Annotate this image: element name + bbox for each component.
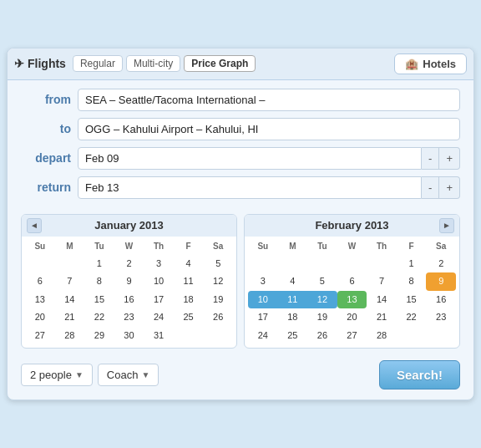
- calendar-day[interactable]: 10: [248, 291, 278, 309]
- calendar-day[interactable]: 17: [248, 308, 278, 327]
- calendar-day[interactable]: 20: [25, 308, 55, 327]
- calendar-day: [248, 255, 278, 273]
- return-input[interactable]: [78, 176, 422, 199]
- calendar-day[interactable]: 6: [25, 272, 55, 291]
- calendar-day[interactable]: 16: [426, 291, 456, 309]
- calendar-day[interactable]: 15: [84, 291, 114, 309]
- calendar-day[interactable]: 14: [55, 291, 85, 309]
- feb-day-sa: Sa: [426, 238, 456, 255]
- tab-multicity[interactable]: Multi-city: [126, 55, 180, 72]
- coach-dropdown[interactable]: Coach ▼: [98, 364, 159, 386]
- calendar-day[interactable]: 4: [278, 272, 308, 291]
- calendar-day[interactable]: 9: [114, 272, 144, 291]
- calendar-day[interactable]: 11: [174, 272, 204, 291]
- calendar-day[interactable]: 12: [203, 272, 233, 291]
- depart-minus-button[interactable]: -: [422, 147, 439, 170]
- calendar-day[interactable]: 18: [278, 308, 308, 327]
- calendar-day[interactable]: 23: [426, 308, 456, 327]
- calendar-day[interactable]: 14: [367, 291, 397, 309]
- day-headers-row: Su M Tu W Th F Sa: [25, 238, 233, 255]
- calendar-day[interactable]: 1: [397, 255, 427, 273]
- calendar-week-row: 20212223242526: [25, 308, 233, 327]
- calendar-day[interactable]: 7: [55, 272, 85, 291]
- calendar-day[interactable]: 18: [174, 291, 204, 309]
- return-plus-button[interactable]: +: [439, 176, 460, 199]
- depart-plus-button[interactable]: +: [439, 147, 460, 170]
- day-tu: Tu: [84, 238, 114, 255]
- calendar-day[interactable]: 27: [25, 327, 55, 345]
- calendar-day[interactable]: 21: [55, 308, 85, 327]
- calendar-day[interactable]: 23: [114, 308, 144, 327]
- calendar-day[interactable]: 8: [84, 272, 114, 291]
- feb-day-tu: Tu: [307, 238, 337, 255]
- calendar-day[interactable]: 5: [203, 255, 233, 273]
- calendar-day[interactable]: 25: [174, 308, 204, 327]
- prev-month-button[interactable]: ◄: [27, 218, 42, 233]
- calendar-day[interactable]: 2: [426, 255, 456, 273]
- to-input[interactable]: [78, 118, 460, 140]
- feb-day-w: W: [337, 238, 367, 255]
- plane-icon: ✈: [14, 57, 24, 70]
- calendar-day[interactable]: 17: [144, 291, 174, 309]
- return-label: return: [21, 181, 71, 194]
- calendar-day[interactable]: 10: [144, 272, 174, 291]
- calendar-day[interactable]: 11: [278, 291, 308, 309]
- calendar-day[interactable]: 19: [203, 291, 233, 309]
- calendar-day[interactable]: 22: [84, 308, 114, 327]
- calendar-day[interactable]: 31: [144, 327, 174, 345]
- calendar-day[interactable]: 1: [84, 255, 114, 273]
- feb-day-headers-row: Su M Tu W Th F Sa: [248, 238, 456, 255]
- calendar-day[interactable]: 16: [114, 291, 144, 309]
- calendar-day[interactable]: 13: [25, 291, 55, 309]
- from-row: from: [21, 89, 460, 111]
- calendar-day[interactable]: 27: [337, 327, 367, 345]
- calendar-day[interactable]: 12: [307, 291, 337, 309]
- calendar-day[interactable]: 29: [84, 327, 114, 345]
- calendar-day[interactable]: 4: [174, 255, 204, 273]
- depart-input[interactable]: [78, 147, 422, 170]
- feb-day-th: Th: [367, 238, 397, 255]
- calendar-day[interactable]: 21: [367, 308, 397, 327]
- calendar-day[interactable]: 20: [337, 308, 367, 327]
- calendar-day: [337, 255, 367, 273]
- calendar-day: [55, 255, 85, 273]
- next-month-button[interactable]: ►: [439, 218, 454, 233]
- february-grid: Su M Tu W Th F Sa 1234567891011121314151…: [245, 237, 459, 349]
- calendar-day[interactable]: 26: [307, 327, 337, 345]
- calendar-day[interactable]: 5: [307, 272, 337, 291]
- calendar-day[interactable]: 3: [248, 272, 278, 291]
- calendar-day[interactable]: 13: [337, 291, 367, 309]
- calendar-day[interactable]: 6: [337, 272, 367, 291]
- january-header: ◄ January 2013: [22, 215, 236, 237]
- calendar-week-row: 2728293031: [25, 327, 233, 345]
- search-button[interactable]: Search!: [379, 360, 460, 389]
- from-input[interactable]: [78, 89, 460, 111]
- calendar-day[interactable]: 26: [203, 308, 233, 327]
- calendar-day[interactable]: 3: [144, 255, 174, 273]
- feb-day-f: F: [397, 238, 427, 255]
- calendar-day[interactable]: 28: [55, 327, 85, 345]
- calendar-day[interactable]: 28: [367, 327, 397, 345]
- january-calendar: ◄ January 2013 Su M Tu W Th F Sa 1234567…: [21, 214, 237, 349]
- calendar-day[interactable]: 24: [248, 327, 278, 345]
- calendar-day[interactable]: 2: [114, 255, 144, 273]
- calendar-day[interactable]: 8: [397, 272, 427, 291]
- flights-label: Flights: [28, 57, 66, 70]
- tab-pricegraph[interactable]: Price Graph: [184, 55, 256, 72]
- calendar-day[interactable]: 24: [144, 308, 174, 327]
- calendar-day[interactable]: 30: [114, 327, 144, 345]
- calendar-day[interactable]: 22: [397, 308, 427, 327]
- calendar-day[interactable]: 19: [307, 308, 337, 327]
- tab-regular[interactable]: Regular: [73, 55, 123, 72]
- day-m: M: [55, 238, 85, 255]
- calendar-day[interactable]: 25: [278, 327, 308, 345]
- return-minus-button[interactable]: -: [422, 176, 439, 199]
- tab-hotels[interactable]: 🏨 Hotels: [394, 53, 467, 74]
- calendar-day[interactable]: 15: [397, 291, 427, 309]
- return-input-group: - +: [78, 176, 460, 199]
- calendar-day[interactable]: 9: [426, 272, 456, 291]
- february-title: February 2013: [315, 219, 388, 232]
- to-label: to: [21, 122, 71, 135]
- people-dropdown[interactable]: 2 people ▼: [21, 364, 93, 386]
- calendar-day[interactable]: 7: [367, 272, 397, 291]
